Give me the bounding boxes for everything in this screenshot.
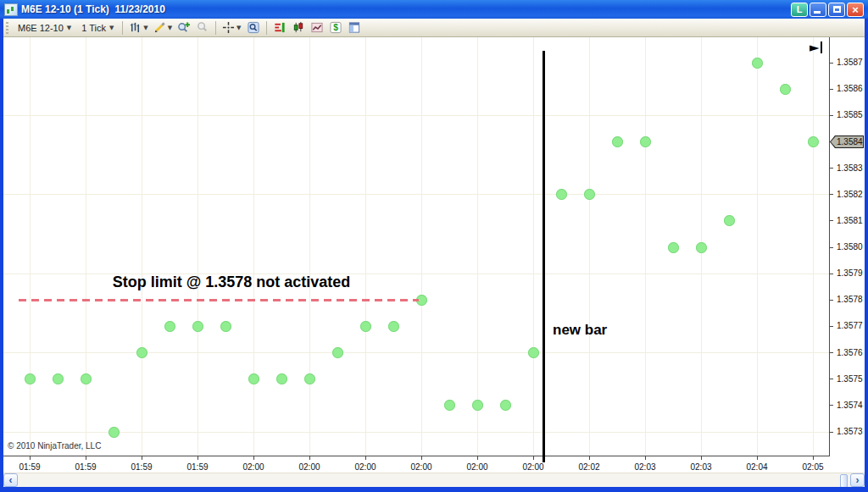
close-button[interactable]: × <box>847 3 864 17</box>
chart-plot-area[interactable]: 01:5901:5901:5901:5902:0002:0002:0002:00… <box>3 37 865 473</box>
stop-limit-annotation: Stop limit @ 1.3578 not activated <box>81 274 382 291</box>
price-axis-tick <box>829 63 833 64</box>
data-box-button[interactable] <box>244 20 263 35</box>
drawing-tools-button[interactable]: ▼ <box>151 20 175 35</box>
maximize-icon <box>833 6 841 13</box>
window-border <box>0 487 868 492</box>
vertical-gridline <box>253 37 254 456</box>
time-axis-label: 01:59 <box>185 462 210 472</box>
tick-dot <box>780 84 791 95</box>
vertical-gridline <box>813 37 814 456</box>
drawing-tools-icon <box>153 21 166 34</box>
tick-dot <box>164 321 175 332</box>
title-bar[interactable]: M6E 12-10 (1 Tick) 11/23/2010 L × <box>0 0 868 19</box>
minimize-icon <box>814 11 821 14</box>
scrollbar-thumb[interactable] <box>840 474 848 488</box>
horizontal-gridline <box>3 352 829 353</box>
panel-columns-button[interactable] <box>345 20 364 35</box>
tick-dot <box>248 373 259 384</box>
toolbar-separator <box>266 21 267 35</box>
time-axis-label: 02:00 <box>241 462 266 472</box>
vertical-gridline <box>421 37 422 456</box>
tick-dot <box>81 373 92 384</box>
zoom-in-icon <box>177 21 191 34</box>
price-axis-label: 1.3577 <box>837 321 863 330</box>
tick-dot <box>500 400 511 411</box>
tick-dot <box>584 189 595 200</box>
price-axis-tick <box>829 300 833 301</box>
mini-chart-button[interactable] <box>308 20 326 35</box>
app-icon <box>4 3 18 16</box>
time-axis-label: 02:03 <box>632 462 658 472</box>
tick-dot <box>640 136 651 147</box>
time-axis-label: 01:59 <box>17 462 42 472</box>
tick-dot <box>360 321 371 332</box>
window-title: M6E 12-10 (1 Tick) 11/23/2010 <box>21 3 791 15</box>
instrument-label: M6E 12-10 <box>18 23 64 33</box>
new-bar-annotation: new bar <box>553 322 607 339</box>
crosshair-button[interactable]: ▼ <box>220 20 243 35</box>
toolbar-grip[interactable] <box>6 22 8 34</box>
maximize-button[interactable] <box>828 3 845 17</box>
scroll-right-button[interactable]: › <box>850 473 865 487</box>
time-axis-label: 02:00 <box>353 462 378 472</box>
vertical-gridline <box>86 37 86 456</box>
vertical-gridline <box>365 37 366 456</box>
price-axis-tick <box>829 405 833 406</box>
horizontal-scrollbar[interactable]: ‹ › <box>3 473 865 487</box>
tick-dot <box>304 373 315 384</box>
stop-limit-dashed-line <box>19 299 419 301</box>
price-axis-label: 1.3578 <box>837 295 863 304</box>
scroll-left-button[interactable]: ‹ <box>3 473 18 487</box>
tick-dot <box>752 58 763 69</box>
price-axis-tick <box>829 432 833 433</box>
chevron-down-icon: ▼ <box>109 25 114 31</box>
vertical-gridline <box>757 37 758 456</box>
chart-trader-button[interactable] <box>289 20 308 35</box>
horizontal-gridline <box>3 432 829 433</box>
interval-selector[interactable]: 1 Tick ▼ <box>76 20 119 36</box>
zoom-in-button[interactable] <box>175 20 193 35</box>
time-axis-label: 02:04 <box>744 462 770 472</box>
time-axis-label: 02:00 <box>409 462 434 472</box>
instrument-selector[interactable]: M6E 12-10 ▼ <box>13 20 76 36</box>
last-price-value: 1.3584 <box>837 137 863 146</box>
toolbar-separator <box>122 21 123 35</box>
toolbar-separator <box>215 21 216 35</box>
scroll-to-end-icon[interactable]: ► <box>810 41 822 54</box>
tick-dot <box>53 373 64 384</box>
vertical-gridline <box>589 37 590 456</box>
tick-dot <box>696 242 707 253</box>
vertical-gridline <box>645 37 646 456</box>
price-axis-label: 1.3581 <box>837 216 863 225</box>
account-dollar-button[interactable]: $ <box>326 20 345 35</box>
price-axis-label: 1.3585 <box>837 110 863 119</box>
time-axis-label: 01:59 <box>129 462 154 472</box>
play-triangle-icon: ► <box>810 41 820 54</box>
tick-dot <box>612 136 623 147</box>
price-axis-label: 1.3574 <box>837 401 863 410</box>
vertical-gridline <box>533 37 534 456</box>
market-depth-button[interactable] <box>270 20 289 35</box>
tick-dot <box>192 321 203 332</box>
chevron-down-icon: ▼ <box>236 25 241 31</box>
time-axis-line <box>3 456 830 456</box>
last-price-tag: 1.3584 <box>830 135 864 148</box>
price-axis-label: 1.3582 <box>837 190 863 199</box>
minimize-button[interactable] <box>810 3 826 17</box>
tick-dot <box>136 347 147 358</box>
chart-trader-icon <box>292 21 305 34</box>
tick-dot <box>332 347 343 358</box>
data-box-icon <box>247 21 260 34</box>
time-axis-label: 02:03 <box>688 462 714 472</box>
price-axis-tick <box>829 115 833 116</box>
tick-dot <box>528 347 539 358</box>
chevron-down-icon: ▼ <box>67 25 71 31</box>
price-axis-label: 1.3583 <box>837 163 863 173</box>
tick-dot <box>388 321 399 332</box>
svg-text:$: $ <box>333 23 338 32</box>
copyright-text: © 2010 NinjaTrader, LLC <box>8 441 101 451</box>
price-axis-label: 1.3575 <box>837 374 863 384</box>
link-button[interactable]: L <box>791 3 808 17</box>
chart-style-button[interactable]: ▼ <box>126 20 150 35</box>
